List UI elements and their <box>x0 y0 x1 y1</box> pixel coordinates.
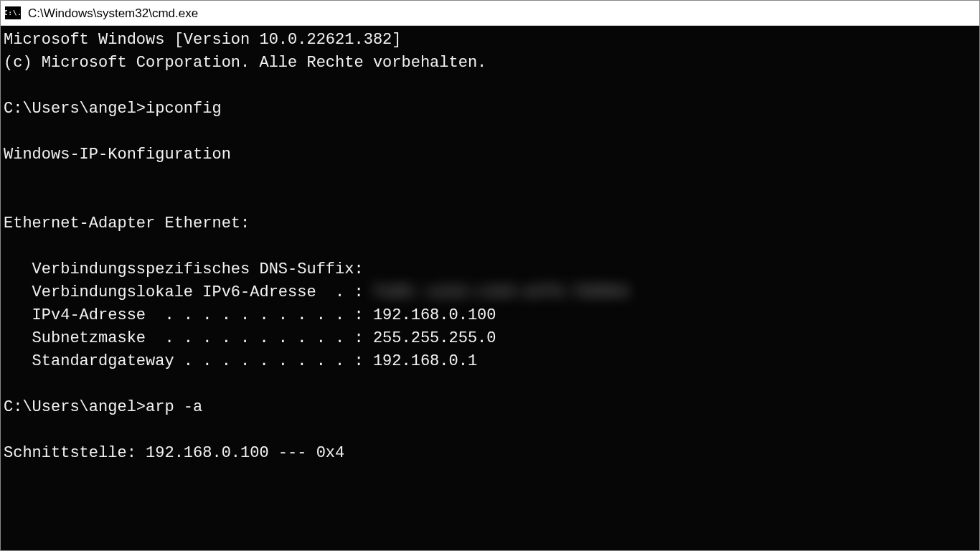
ipv4-line: IPv4-Adresse . . . . . . . . . . : 192.1… <box>4 306 496 324</box>
prompt-1: C:\Users\angel> <box>4 100 146 118</box>
ipv6-label: Verbindungslokale IPv6-Adresse . : <box>4 283 373 301</box>
banner-line-1: Microsoft Windows [Version 10.0.22621.38… <box>4 31 402 49</box>
window-title: C:\Windows\system32\cmd.exe <box>28 7 198 19</box>
interface-line: Schnittstelle: 192.168.0.100 --- 0x4 <box>4 444 344 462</box>
subnet-line: Subnetzmaske . . . . . . . . . . : 255.2… <box>4 329 496 347</box>
ipv6-value-blurred: fe80::a1b2:c3d4:e5f6:7890%4 <box>373 281 628 304</box>
cmd-window: C:\. C:\Windows\system32\cmd.exe Microso… <box>0 0 980 551</box>
cmd-icon: C:\. <box>5 6 21 19</box>
terminal-output[interactable]: Microsoft Windows [Version 10.0.22621.38… <box>1 26 979 550</box>
gateway-line: Standardgateway . . . . . . . . . : 192.… <box>4 352 477 370</box>
adapter-header: Ethernet-Adapter Ethernet: <box>4 215 250 232</box>
command-1: ipconfig <box>146 100 222 118</box>
banner-line-2: (c) Microsoft Corporation. Alle Rechte v… <box>4 54 486 72</box>
titlebar[interactable]: C:\. C:\Windows\system32\cmd.exe <box>1 1 979 26</box>
cmd-icon-text: C:\. <box>4 10 22 17</box>
dns-suffix-line: Verbindungsspezifisches DNS-Suffix: <box>4 260 364 278</box>
command-2: arp -a <box>146 398 202 416</box>
prompt-2: C:\Users\angel> <box>4 398 146 416</box>
ipconfig-header: Windows-IP-Konfiguration <box>4 146 231 164</box>
